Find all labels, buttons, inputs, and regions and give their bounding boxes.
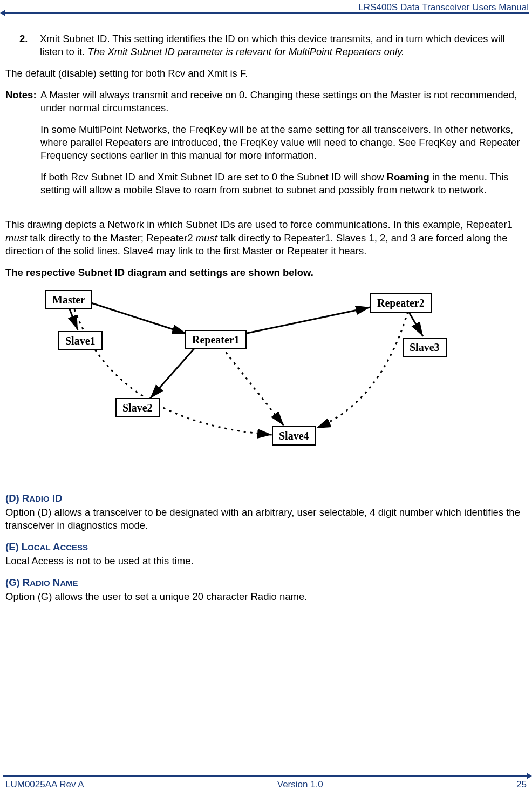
italic-text: must — [196, 232, 217, 244]
svg-line-2 — [150, 346, 196, 399]
svg-line-3 — [244, 307, 370, 334]
heading-gap: A — [51, 541, 60, 552]
text: If both Rcv Subnet ID and Xmit Subnet ID… — [40, 171, 387, 183]
node-repeater2: Repeater2 — [370, 293, 432, 313]
heading-sc: CCESS — [60, 543, 88, 552]
bold-text: Roaming — [387, 171, 429, 183]
node-slave3: Slave3 — [403, 338, 447, 357]
diagram-connectors — [36, 288, 473, 461]
page-content: 2. Xmit Subnet ID. This setting identifi… — [5, 32, 527, 612]
heading-prefix: (E) L — [5, 541, 28, 552]
italic-text: must — [5, 232, 27, 244]
heading-prefix: (D) R — [5, 493, 29, 504]
section-e-heading: (E) LOCAL ACCESS — [5, 541, 527, 554]
node-master: Master — [45, 290, 92, 309]
header-rule — [3, 12, 529, 14]
page-footer: LUM0025AA Rev A Version 1.0 25 — [5, 779, 527, 791]
svg-line-5 — [222, 347, 284, 426]
paragraph-drawing-desc: This drawing depicts a Network in which … — [5, 218, 527, 257]
footer-right: 25 — [516, 779, 527, 791]
section-d-body: Option (D) allows a transceiver to be de… — [5, 506, 527, 532]
paragraph-default: The default (disable) setting for both R… — [5, 67, 527, 80]
section-g-heading: (G) RADIO NAME — [5, 576, 527, 589]
heading-sc: ADIO — [29, 494, 50, 503]
heading-gap: N — [50, 577, 60, 588]
diagram-heading: The respective Subnet ID diagram and set… — [5, 266, 527, 279]
footer-left: LUM0025AA Rev A — [5, 779, 84, 791]
heading-gap: ID — [50, 493, 63, 504]
notes-label: Notes: — [5, 89, 40, 205]
node-repeater1: Repeater1 — [185, 330, 247, 349]
heading-sc: OCAL — [28, 543, 51, 552]
footer-arrow-icon — [527, 773, 532, 779]
notes-p2: In some MultiPoint Networks, the FreqKey… — [40, 123, 527, 162]
section-e-body: Local Access is not to be used at this t… — [5, 555, 527, 568]
notes-p1: A Master will always transmit and receiv… — [40, 89, 527, 114]
text: talk directly to the Master; Repeater2 — [27, 232, 196, 244]
heading-sc: ADIO — [30, 578, 50, 588]
notes-p3: If both Rcv Subnet ID and Xmit Subnet ID… — [40, 171, 527, 197]
notes-body: A Master will always transmit and receiv… — [40, 89, 527, 205]
footer-center: Version 1.0 — [277, 779, 323, 791]
section-d-heading: (D) RADIO ID — [5, 492, 527, 505]
svg-line-0 — [91, 303, 187, 334]
list-body: Xmit Subnet ID. This setting identifies … — [40, 32, 527, 58]
heading-sc: AME — [60, 578, 78, 588]
footer-rule — [3, 775, 529, 777]
section-g-body: Option (G) allows the user to set a uniq… — [5, 590, 527, 603]
page-header-title: LRS400S Data Transceiver Users Manual — [358, 2, 529, 14]
list-item-2: 2. Xmit Subnet ID. This setting identifi… — [5, 32, 527, 58]
node-slave4: Slave4 — [272, 426, 316, 446]
heading-prefix: (G) R — [5, 577, 30, 588]
italic-text: The Xmit Subnet ID parameter is relevant… — [87, 46, 404, 57]
list-number: 2. — [5, 32, 40, 58]
node-slave1: Slave1 — [58, 331, 103, 350]
node-slave2: Slave2 — [115, 398, 160, 417]
text: This drawing depicts a Network in which … — [5, 219, 513, 230]
notes-block: Notes: A Master will always transmit and… — [5, 89, 527, 205]
svg-line-1 — [69, 308, 78, 330]
svg-line-4 — [408, 311, 423, 336]
subnet-diagram: Master Slave1 Repeater1 Slave2 Slave4 Re… — [36, 288, 473, 461]
header-arrow-icon — [0, 10, 5, 16]
